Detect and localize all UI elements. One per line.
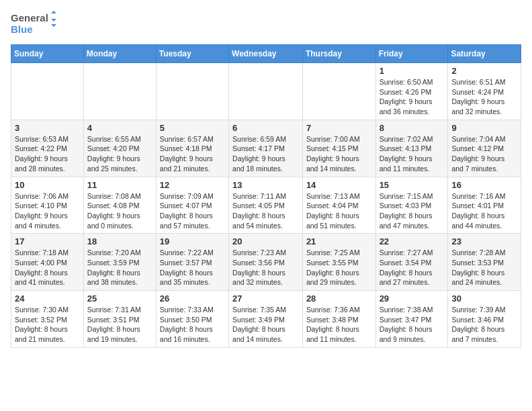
calendar-cell: 10Sunrise: 7:06 AM Sunset: 4:10 PM Dayli…	[11, 177, 84, 234]
calendar-cell: 8Sunrise: 7:02 AM Sunset: 4:13 PM Daylig…	[375, 120, 448, 177]
calendar-cell: 23Sunrise: 7:28 AM Sunset: 3:53 PM Dayli…	[448, 234, 521, 291]
day-info: Sunrise: 7:16 AM Sunset: 4:01 PM Dayligh…	[451, 191, 517, 231]
day-info: Sunrise: 7:15 AM Sunset: 4:03 PM Dayligh…	[380, 191, 445, 231]
calendar-cell: 6Sunrise: 6:59 AM Sunset: 4:17 PM Daylig…	[229, 120, 303, 177]
calendar-cell: 19Sunrise: 7:22 AM Sunset: 3:57 PM Dayli…	[156, 234, 228, 291]
calendar-cell: 30Sunrise: 7:39 AM Sunset: 3:46 PM Dayli…	[448, 291, 521, 348]
day-info: Sunrise: 7:11 AM Sunset: 4:05 PM Dayligh…	[232, 191, 299, 231]
day-info: Sunrise: 7:20 AM Sunset: 3:59 PM Dayligh…	[87, 248, 152, 287]
day-number: 28	[306, 293, 372, 304]
calendar-cell: 27Sunrise: 7:35 AM Sunset: 3:49 PM Dayli…	[229, 291, 303, 348]
svg-text:General: General	[11, 12, 48, 24]
column-header-tuesday: Tuesday	[156, 45, 228, 63]
day-info: Sunrise: 7:27 AM Sunset: 3:54 PM Dayligh…	[380, 248, 445, 287]
day-number: 14	[306, 180, 372, 190]
calendar-cell: 16Sunrise: 7:16 AM Sunset: 4:01 PM Dayli…	[448, 177, 521, 234]
day-number: 18	[87, 236, 152, 246]
day-number: 19	[160, 236, 225, 246]
day-number: 1	[380, 66, 445, 76]
calendar-cell: 26Sunrise: 7:33 AM Sunset: 3:50 PM Dayli…	[156, 291, 228, 348]
day-info: Sunrise: 7:18 AM Sunset: 4:00 PM Dayligh…	[15, 248, 80, 287]
day-info: Sunrise: 7:36 AM Sunset: 3:48 PM Dayligh…	[306, 305, 372, 345]
day-number: 22	[380, 236, 445, 246]
svg-marker-2	[51, 11, 56, 13]
calendar-cell: 5Sunrise: 6:57 AM Sunset: 4:18 PM Daylig…	[156, 120, 228, 177]
calendar-week-3: 10Sunrise: 7:06 AM Sunset: 4:10 PM Dayli…	[11, 177, 521, 234]
column-header-sunday: Sunday	[11, 45, 84, 63]
calendar-cell: 9Sunrise: 7:04 AM Sunset: 4:12 PM Daylig…	[448, 120, 521, 177]
day-number: 24	[15, 293, 80, 304]
column-header-thursday: Thursday	[302, 45, 375, 63]
day-number: 11	[87, 180, 152, 190]
calendar-cell: 2Sunrise: 6:51 AM Sunset: 4:24 PM Daylig…	[448, 63, 521, 120]
calendar-cell: 18Sunrise: 7:20 AM Sunset: 3:59 PM Dayli…	[83, 234, 156, 291]
calendar-cell: 21Sunrise: 7:25 AM Sunset: 3:55 PM Dayli…	[302, 234, 375, 291]
day-info: Sunrise: 7:39 AM Sunset: 3:46 PM Dayligh…	[451, 305, 517, 345]
calendar-cell: 17Sunrise: 7:18 AM Sunset: 4:00 PM Dayli…	[11, 234, 84, 291]
day-info: Sunrise: 7:35 AM Sunset: 3:49 PM Dayligh…	[232, 305, 299, 345]
day-number: 26	[160, 293, 225, 304]
day-info: Sunrise: 7:22 AM Sunset: 3:57 PM Dayligh…	[160, 248, 225, 287]
day-info: Sunrise: 7:28 AM Sunset: 3:53 PM Dayligh…	[451, 248, 517, 287]
calendar-cell: 7Sunrise: 7:00 AM Sunset: 4:15 PM Daylig…	[302, 120, 375, 177]
logo: General Blue	[11, 11, 58, 39]
calendar-cell: 15Sunrise: 7:15 AM Sunset: 4:03 PM Dayli…	[375, 177, 448, 234]
day-number: 25	[87, 293, 152, 304]
calendar-cell: 20Sunrise: 7:23 AM Sunset: 3:56 PM Dayli…	[229, 234, 303, 291]
day-info: Sunrise: 7:09 AM Sunset: 4:07 PM Dayligh…	[160, 191, 225, 231]
day-number: 3	[15, 123, 80, 133]
calendar-cell	[83, 63, 156, 120]
day-info: Sunrise: 6:57 AM Sunset: 4:18 PM Dayligh…	[160, 134, 225, 174]
day-info: Sunrise: 7:02 AM Sunset: 4:13 PM Dayligh…	[380, 134, 445, 174]
calendar-cell: 4Sunrise: 6:55 AM Sunset: 4:20 PM Daylig…	[83, 120, 156, 177]
column-header-saturday: Saturday	[448, 45, 521, 63]
day-info: Sunrise: 7:08 AM Sunset: 4:08 PM Dayligh…	[87, 191, 152, 231]
day-number: 21	[306, 236, 372, 246]
day-number: 2	[451, 66, 517, 76]
day-number: 9	[451, 123, 517, 133]
day-info: Sunrise: 7:25 AM Sunset: 3:55 PM Dayligh…	[306, 248, 372, 287]
day-number: 6	[232, 123, 299, 133]
column-header-monday: Monday	[83, 45, 156, 63]
day-number: 12	[160, 180, 225, 190]
day-number: 17	[15, 236, 80, 246]
calendar-cell: 22Sunrise: 7:27 AM Sunset: 3:54 PM Dayli…	[375, 234, 448, 291]
calendar-cell: 29Sunrise: 7:38 AM Sunset: 3:47 PM Dayli…	[375, 291, 448, 348]
calendar-cell: 25Sunrise: 7:31 AM Sunset: 3:51 PM Dayli…	[83, 291, 156, 348]
svg-marker-4	[51, 24, 56, 27]
day-number: 7	[306, 123, 372, 133]
day-number: 20	[232, 236, 299, 246]
page-header: General Blue	[11, 11, 521, 39]
logo-svg: General Blue	[11, 11, 58, 39]
calendar-cell	[11, 63, 84, 120]
calendar-cell	[156, 63, 228, 120]
day-info: Sunrise: 6:59 AM Sunset: 4:17 PM Dayligh…	[232, 134, 299, 174]
calendar-week-4: 17Sunrise: 7:18 AM Sunset: 4:00 PM Dayli…	[11, 234, 521, 291]
day-number: 30	[451, 293, 517, 304]
calendar-cell: 24Sunrise: 7:30 AM Sunset: 3:52 PM Dayli…	[11, 291, 84, 348]
day-number: 5	[160, 123, 225, 133]
svg-marker-3	[51, 19, 56, 21]
svg-text:Blue: Blue	[11, 24, 33, 35]
day-number: 15	[380, 180, 445, 190]
day-info: Sunrise: 7:00 AM Sunset: 4:15 PM Dayligh…	[306, 134, 372, 174]
column-header-wednesday: Wednesday	[229, 45, 303, 63]
day-info: Sunrise: 7:13 AM Sunset: 4:04 PM Dayligh…	[306, 191, 372, 231]
day-info: Sunrise: 6:53 AM Sunset: 4:22 PM Dayligh…	[15, 134, 80, 174]
day-info: Sunrise: 6:50 AM Sunset: 4:26 PM Dayligh…	[380, 77, 445, 117]
day-info: Sunrise: 7:23 AM Sunset: 3:56 PM Dayligh…	[232, 248, 299, 287]
calendar-cell: 28Sunrise: 7:36 AM Sunset: 3:48 PM Dayli…	[302, 291, 375, 348]
column-header-friday: Friday	[375, 45, 448, 63]
day-number: 13	[232, 180, 299, 190]
day-number: 23	[451, 236, 517, 246]
calendar-table: SundayMondayTuesdayWednesdayThursdayFrid…	[11, 44, 521, 348]
calendar-cell: 3Sunrise: 6:53 AM Sunset: 4:22 PM Daylig…	[11, 120, 84, 177]
calendar-week-2: 3Sunrise: 6:53 AM Sunset: 4:22 PM Daylig…	[11, 120, 521, 177]
day-info: Sunrise: 7:06 AM Sunset: 4:10 PM Dayligh…	[15, 191, 80, 231]
day-info: Sunrise: 7:31 AM Sunset: 3:51 PM Dayligh…	[87, 305, 152, 345]
calendar-week-5: 24Sunrise: 7:30 AM Sunset: 3:52 PM Dayli…	[11, 291, 521, 348]
day-number: 27	[232, 293, 299, 304]
calendar-cell: 14Sunrise: 7:13 AM Sunset: 4:04 PM Dayli…	[302, 177, 375, 234]
day-info: Sunrise: 6:55 AM Sunset: 4:20 PM Dayligh…	[87, 134, 152, 174]
day-info: Sunrise: 7:04 AM Sunset: 4:12 PM Dayligh…	[451, 134, 517, 174]
